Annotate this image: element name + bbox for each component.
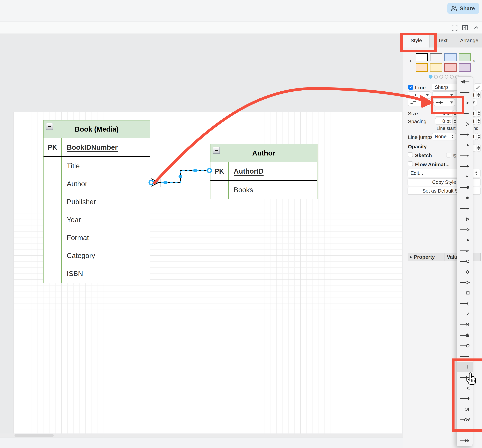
table-row[interactable]: Year <box>44 211 150 229</box>
block-icon <box>460 143 470 147</box>
marker-option-open-thin[interactable] <box>457 129 473 140</box>
sketch-checkbox[interactable] <box>408 152 413 157</box>
spacing-input[interactable]: 0 pt <box>435 118 452 124</box>
property-column-header[interactable]: ▸ Property <box>408 253 444 261</box>
circle-plus-icon <box>460 333 470 337</box>
tab-arrange[interactable]: Arrange <box>456 33 482 48</box>
table-row[interactable]: Books <box>210 181 317 199</box>
collapse-minus-icon[interactable] <box>46 123 53 130</box>
share-button[interactable]: Share <box>447 3 479 14</box>
pager-dot[interactable] <box>429 75 433 79</box>
flow-animation-checkbox[interactable] <box>408 161 413 166</box>
line-jumps-select[interactable]: None <box>432 133 456 140</box>
annotation-rect-er-markers <box>452 359 482 432</box>
marker-option-bar-arrow-left[interactable] <box>457 77 473 87</box>
table-row[interactable]: Author <box>44 175 150 193</box>
color-swatch[interactable] <box>430 53 442 61</box>
marker-option-half-circle[interactable] <box>457 298 473 309</box>
marker-option-double-block-arrow[interactable] <box>457 436 473 446</box>
diagram-canvas[interactable]: Book (Media) PK BookIDNumber Title Autho… <box>0 33 403 448</box>
marker-option-classic-outline[interactable] <box>457 214 473 224</box>
color-swatch[interactable] <box>430 63 442 72</box>
color-swatch[interactable] <box>459 63 471 72</box>
solid-line-icon <box>434 93 442 97</box>
people-icon <box>451 6 457 11</box>
end-spacing-stepper[interactable] <box>477 118 481 124</box>
table-row[interactable]: Title <box>44 157 150 175</box>
pager-dot[interactable] <box>450 75 454 79</box>
marker-option-async-half-bottom[interactable] <box>457 246 473 256</box>
edit-style-label: Edit... <box>411 170 423 176</box>
spacing-stepper[interactable] <box>453 118 457 124</box>
view-toolbar <box>0 22 482 33</box>
opacity-stepper[interactable] <box>477 144 481 151</box>
marker-option-block[interactable] <box>457 140 473 151</box>
sketch-label: Sketch <box>415 152 432 158</box>
shadow-checkbox[interactable] <box>446 152 451 158</box>
table-row[interactable]: ISBN <box>44 265 150 283</box>
jump-size-stepper[interactable] <box>477 133 481 140</box>
marker-option-oval-filled[interactable] <box>457 182 473 193</box>
table-row[interactable]: PK BookIDNumber <box>44 138 150 156</box>
entity-title: Author <box>210 144 317 162</box>
size-label: Size <box>408 111 418 117</box>
copy-style-label: Copy Style <box>432 179 456 185</box>
marker-option-block-thin[interactable] <box>457 151 473 161</box>
waypoints-select[interactable] <box>408 99 431 106</box>
marker-option-dash-slash[interactable] <box>457 309 473 320</box>
marker-option-diamond-filled[interactable] <box>457 193 473 203</box>
marker-option-diamond-outline[interactable] <box>457 266 473 277</box>
entity-table-book[interactable]: Book (Media) PK BookIDNumber Title Autho… <box>43 120 150 283</box>
eyedropper-button[interactable] <box>474 83 482 91</box>
pager-dot[interactable] <box>439 75 443 79</box>
marker-option-circle-plus[interactable] <box>457 330 473 341</box>
table-row[interactable]: Publisher <box>44 193 150 211</box>
annotation-rect-style-tab <box>400 33 437 52</box>
color-swatch[interactable] <box>416 63 428 72</box>
table-row[interactable]: PK AuthorID <box>210 162 317 180</box>
connection-arrow-select[interactable] <box>408 91 431 98</box>
base-dash-icon <box>460 354 470 359</box>
line-checkbox[interactable]: ✓ <box>408 85 413 90</box>
line-style-select[interactable]: Sharp <box>432 84 459 91</box>
marker-option-oval-outline[interactable] <box>457 256 473 267</box>
horizontal-scrollbar[interactable] <box>0 433 403 437</box>
oval-filled-icon <box>460 185 470 190</box>
collapse-minus-icon[interactable] <box>213 147 220 154</box>
fullscreen-icon[interactable] <box>451 24 458 31</box>
line-end-size-stepper[interactable] <box>477 92 481 98</box>
marker-option-open[interactable] <box>457 119 473 129</box>
marker-option-box-outline[interactable] <box>457 288 473 298</box>
open-icon <box>460 122 470 126</box>
disclosure-triangle-icon: ▸ <box>410 255 412 259</box>
marker-option-diamond-thin-filled[interactable] <box>457 203 473 214</box>
marker-option-circle-outline[interactable] <box>457 341 473 351</box>
marker-option-block-thin-outline[interactable] <box>457 235 473 246</box>
color-swatch[interactable] <box>444 63 457 72</box>
color-swatch[interactable] <box>444 53 457 61</box>
toggle-panel-icon[interactable] <box>462 24 468 31</box>
cross-x-icon <box>460 323 470 327</box>
diamond-filled-icon <box>460 196 470 200</box>
entity-table-author[interactable]: Author PK AuthorID Books <box>210 144 318 200</box>
marker-option-none-line[interactable] <box>457 87 473 98</box>
swatch-prev-icon[interactable]: ‹ <box>410 57 412 64</box>
none-line-icon <box>460 90 470 95</box>
marker-option-block-outline[interactable] <box>457 224 473 235</box>
marker-option-async-half-top[interactable] <box>457 172 473 182</box>
pager-dot[interactable] <box>445 75 448 79</box>
marker-option-diamond-thin-outline[interactable] <box>457 277 473 288</box>
table-row[interactable]: Format <box>44 229 150 247</box>
pager-dot[interactable] <box>434 75 438 79</box>
marker-option-cross-x[interactable] <box>457 319 473 330</box>
table-row[interactable]: Category <box>44 247 150 265</box>
block-thin-outline-icon <box>460 238 470 242</box>
color-swatch[interactable] <box>459 53 471 61</box>
color-swatch[interactable] <box>416 53 428 61</box>
line-jumps-label: Line jumps <box>408 134 433 140</box>
marker-option-async[interactable] <box>457 161 473 172</box>
end-size-stepper[interactable] <box>477 110 481 117</box>
scrollbar-thumb[interactable] <box>15 434 54 437</box>
collapse-panel-icon[interactable] <box>473 24 479 31</box>
swatch-next-icon[interactable]: › <box>473 57 475 64</box>
